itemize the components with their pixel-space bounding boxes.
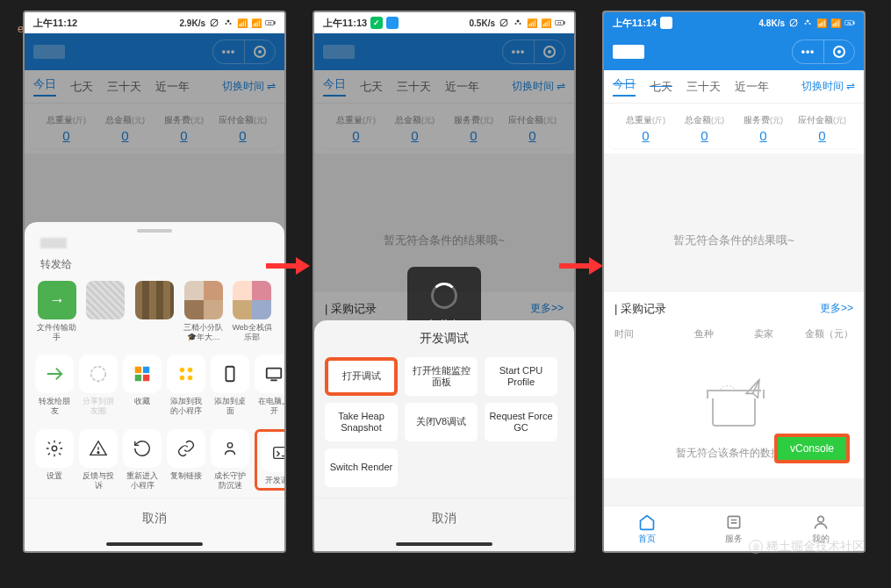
svg-point-40 bbox=[817, 516, 823, 522]
inbox-icon bbox=[708, 398, 760, 434]
switch-time[interactable]: 切换时间 ⇌ bbox=[801, 79, 855, 94]
section-title: | 采购记录 bbox=[614, 301, 666, 317]
svg-point-3 bbox=[226, 23, 227, 25]
sheet-cancel[interactable]: 取消 bbox=[25, 498, 284, 539]
svg-point-33 bbox=[809, 23, 811, 25]
arrow-2 bbox=[559, 257, 612, 275]
action-forward[interactable]: 转发给朋友 bbox=[35, 355, 74, 416]
phone-1: 上午11:12 2.9K/s 📶 📶 77 ••• 今日 七天 三十天 近一年 … bbox=[23, 11, 286, 553]
status-time: 上午11:13 bbox=[323, 17, 367, 30]
action-restart[interactable]: 重新进入小程序 bbox=[123, 429, 162, 491]
watermark: 金 稀土掘金技术社区 bbox=[749, 539, 865, 555]
action-dev-debug[interactable]: 开发调试 bbox=[259, 434, 286, 485]
vconsole-button[interactable]: vConsole bbox=[774, 434, 850, 463]
status-time: 上午11:14 bbox=[613, 17, 657, 30]
btn-heap-snapshot[interactable]: Take Heap Snapshot bbox=[325, 403, 398, 441]
nav-home[interactable]: 首页 bbox=[604, 506, 691, 551]
action-feedback[interactable]: 反馈与投诉 bbox=[79, 429, 118, 491]
svg-rect-20 bbox=[274, 448, 286, 459]
svg-point-11 bbox=[180, 376, 185, 381]
svg-point-23 bbox=[517, 20, 520, 23]
svg-rect-13 bbox=[226, 367, 234, 382]
svg-point-10 bbox=[188, 367, 193, 372]
list-header: 时间 鱼种 卖家 金额（元） bbox=[604, 322, 864, 346]
app-icon bbox=[660, 17, 672, 29]
home-indicator bbox=[396, 542, 492, 546]
svg-rect-14 bbox=[267, 368, 282, 377]
svg-rect-35 bbox=[853, 22, 854, 25]
app-icon bbox=[386, 17, 399, 29]
svg-point-32 bbox=[805, 23, 807, 25]
action-add-mini[interactable]: 添加到我的小程序 bbox=[167, 355, 205, 416]
action-open-pc[interactable]: 在电脑上开 bbox=[255, 355, 286, 416]
status-speed: 4.8K/s bbox=[759, 18, 785, 28]
action-settings[interactable]: 设置 bbox=[35, 429, 74, 491]
capsule-menu[interactable]: ••• bbox=[792, 39, 823, 64]
btn-switch-render[interactable]: Switch Render bbox=[325, 448, 398, 487]
action-favorite[interactable]: 收藏 bbox=[123, 355, 162, 416]
share-label: 转发给 bbox=[25, 254, 284, 276]
btn-perf-panel[interactable]: 打开性能监控面板 bbox=[405, 357, 478, 396]
status-bar: 上午11:12 2.9K/s 📶 📶 77 bbox=[25, 12, 284, 33]
svg-text:77: 77 bbox=[268, 22, 271, 25]
btn-force-gc[interactable]: Request Force GC bbox=[485, 403, 557, 441]
status-bar: 上午11:14 4.8K/s 📶📶 76 bbox=[604, 12, 864, 33]
share-club[interactable]: Web全栈俱乐部 bbox=[230, 281, 274, 342]
svg-text:77: 77 bbox=[557, 22, 561, 25]
spinner-icon bbox=[431, 283, 457, 309]
svg-point-4 bbox=[230, 23, 232, 25]
svg-point-2 bbox=[227, 20, 230, 23]
svg-point-8 bbox=[91, 367, 106, 382]
status-speed: 2.9K/s bbox=[180, 18, 205, 28]
debug-title: 开发调试 bbox=[314, 331, 574, 347]
svg-point-31 bbox=[807, 20, 809, 23]
svg-point-9 bbox=[180, 367, 185, 372]
action-guardian[interactable]: 成长守护防沉迷 bbox=[211, 429, 249, 491]
action-sheet: 转发给 →文件传输助手 三精小分队🎓年大… Web全栈俱乐部 转发给朋友 分享到… bbox=[25, 222, 284, 551]
capsule-close[interactable] bbox=[823, 39, 855, 64]
sheet-handle[interactable] bbox=[137, 229, 172, 233]
action-moments[interactable]: 分享到朋友圈 bbox=[79, 355, 118, 416]
status-speed: 0.5K/s bbox=[470, 18, 495, 28]
svg-rect-6 bbox=[274, 22, 275, 25]
svg-point-24 bbox=[515, 23, 517, 25]
action-add-desktop[interactable]: 添加到桌面 bbox=[211, 355, 249, 416]
svg-point-25 bbox=[520, 23, 521, 25]
debug-sheet: 开发调试 打开调试 打开性能监控面板 Start CPU Profile Tak… bbox=[314, 320, 574, 551]
phone-2: 上午11:13✓ 0.5K/s 📶📶 77 ••• 今日 七天 三十天 近一年 … bbox=[313, 11, 576, 553]
more-link[interactable]: 更多>> bbox=[820, 301, 853, 317]
debug-cancel[interactable]: 取消 bbox=[314, 498, 574, 539]
tab-seven[interactable]: 七天 bbox=[650, 79, 672, 95]
wechat-icon: ✓ bbox=[370, 17, 383, 29]
share-contact[interactable] bbox=[133, 281, 176, 342]
arrow-1 bbox=[266, 257, 319, 275]
svg-point-12 bbox=[188, 376, 193, 381]
home-indicator bbox=[106, 542, 203, 546]
svg-text:76: 76 bbox=[847, 22, 851, 25]
svg-rect-27 bbox=[564, 22, 564, 25]
action-copy-link[interactable]: 复制链接 bbox=[167, 429, 205, 491]
svg-point-19 bbox=[227, 443, 233, 448]
status-bar: 上午11:13✓ 0.5K/s 📶📶 77 bbox=[314, 12, 574, 33]
share-team[interactable]: 三精小分队🎓年大… bbox=[182, 281, 226, 342]
btn-open-debug[interactable]: 打开调试 bbox=[325, 357, 398, 396]
empty-text: 暂无符合条件的结果哦~ bbox=[604, 154, 864, 283]
app-header: ••• bbox=[604, 33, 864, 70]
btn-close-v8[interactable]: 关闭V8调试 bbox=[405, 403, 478, 441]
btn-cpu-profile[interactable]: Start CPU Profile bbox=[485, 357, 557, 396]
tab-year[interactable]: 近一年 bbox=[735, 79, 769, 95]
tab-today[interactable]: 今日 bbox=[613, 76, 636, 97]
svg-point-16 bbox=[52, 447, 57, 452]
app-title bbox=[613, 45, 644, 59]
share-contact[interactable] bbox=[84, 281, 128, 342]
share-file-helper[interactable]: →文件传输助手 bbox=[35, 281, 79, 342]
tab-thirty[interactable]: 三十天 bbox=[686, 79, 721, 95]
svg-point-18 bbox=[97, 452, 99, 454]
phone-3: 上午11:14 4.8K/s 📶📶 76 ••• 今日 七天 三十天 近一年 切… bbox=[602, 11, 866, 553]
watermark-logo-icon: 金 bbox=[749, 540, 763, 554]
status-time: 上午11:12 bbox=[33, 17, 77, 30]
